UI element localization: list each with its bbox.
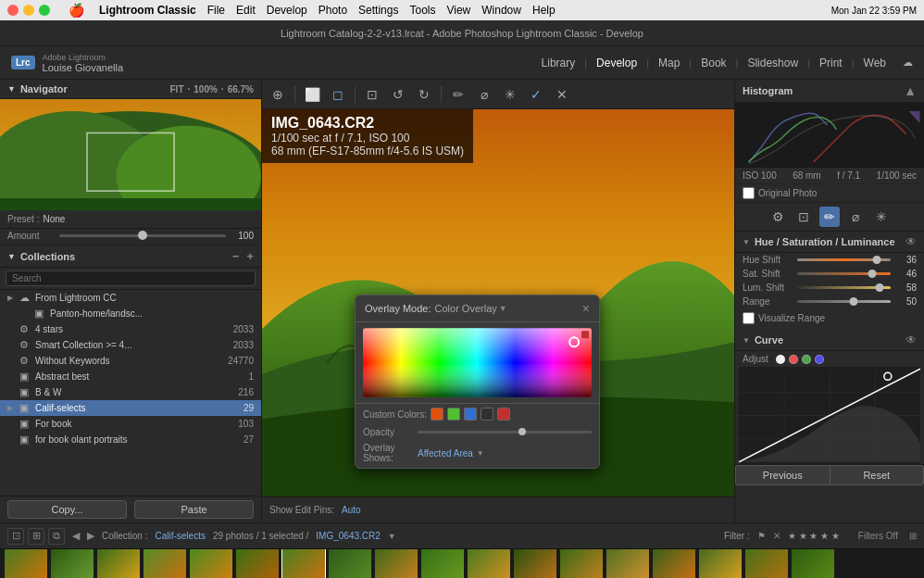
book-link[interactable]: Book: [695, 55, 731, 71]
film-thumb[interactable]: [420, 548, 465, 578]
histogram-expand-button[interactable]: ▲: [904, 83, 917, 98]
zoom-100[interactable]: 100%: [194, 84, 218, 94]
zoom-667[interactable]: 66.7%: [228, 84, 254, 94]
list-item[interactable]: ▶ ☁ From Lightroom CC: [0, 290, 261, 306]
list-item[interactable]: ▣ B & W 216: [0, 384, 261, 400]
star-5[interactable]: ★: [831, 531, 840, 541]
brush-icon[interactable]: ◻: [326, 82, 350, 107]
film-thumb[interactable]: [50, 548, 94, 578]
film-thumb[interactable]: [652, 548, 696, 578]
star-icon[interactable]: ✳: [498, 82, 522, 107]
color-swatch-5[interactable]: [497, 408, 510, 421]
navigator-header[interactable]: ▼ Navigator FIT · 100% · 66.7%: [0, 80, 261, 99]
tools-menu[interactable]: Tools: [409, 4, 435, 17]
minimize-button[interactable]: [23, 5, 34, 16]
close-button[interactable]: [7, 5, 19, 16]
amount-slider-thumb[interactable]: [138, 231, 147, 240]
collection-name-link[interactable]: Calif-selects: [155, 531, 205, 541]
film-thumb[interactable]: [189, 548, 233, 578]
add-pin-icon[interactable]: ⊕: [266, 82, 290, 107]
film-thumb[interactable]: [235, 548, 280, 578]
zoom-fit[interactable]: FIT: [170, 84, 184, 94]
nav-next[interactable]: ▶: [87, 530, 94, 542]
slideshow-link[interactable]: Slideshow: [742, 55, 804, 71]
filter-flag-off[interactable]: ⚑: [757, 531, 766, 541]
lum-shift-thumb[interactable]: [875, 283, 883, 292]
curve-dot-blue[interactable]: [815, 355, 824, 364]
map-link[interactable]: Map: [653, 55, 685, 71]
check-icon[interactable]: ✓: [524, 82, 548, 107]
view-single[interactable]: ⊡: [7, 528, 24, 545]
opacity-thumb[interactable]: [518, 428, 526, 435]
sat-shift-slider[interactable]: [797, 272, 891, 275]
crop-icon[interactable]: ⊡: [360, 82, 384, 107]
film-thumb[interactable]: [4, 548, 48, 578]
web-link[interactable]: Web: [858, 55, 892, 71]
film-thumb[interactable]: [791, 548, 835, 578]
curve-section-header[interactable]: ▼ Curve 👁: [735, 330, 924, 351]
film-thumb[interactable]: [513, 548, 557, 578]
paste-button[interactable]: Paste: [134, 500, 254, 519]
curve-dot-green[interactable]: [802, 355, 811, 364]
fx-icon[interactable]: ✳: [871, 207, 892, 227]
crop-tool-icon[interactable]: ⊡: [793, 207, 814, 227]
pen-icon[interactable]: ✏: [446, 82, 470, 107]
hue-shift-thumb[interactable]: [872, 256, 880, 264]
app-name[interactable]: Lightroom Classic: [99, 4, 196, 17]
film-thumb[interactable]: [328, 548, 372, 578]
rotate-left-icon[interactable]: ↺: [386, 82, 410, 107]
photo-menu[interactable]: Photo: [318, 4, 347, 17]
rotate-right-icon[interactable]: ↻: [412, 82, 436, 107]
list-item[interactable]: ▣ Abstract best 1: [0, 369, 261, 384]
curve-eye-icon[interactable]: 👁: [905, 333, 917, 346]
reset-button[interactable]: Reset: [830, 465, 925, 485]
list-item[interactable]: ⚙ Without Keywords 24770: [0, 353, 261, 369]
settings-icon[interactable]: ⚙: [768, 207, 788, 227]
film-thumb[interactable]: [698, 548, 743, 578]
filename-link[interactable]: IMG_0643.CR2: [316, 531, 380, 541]
hsl-eye-icon[interactable]: 👁: [905, 235, 917, 248]
file-menu[interactable]: File: [207, 4, 225, 17]
color-swatch-4[interactable]: [481, 408, 493, 421]
film-thumb[interactable]: [96, 548, 141, 578]
star-4[interactable]: ★: [820, 531, 829, 541]
film-thumb[interactable]: [744, 548, 789, 578]
develop-link[interactable]: Develop: [591, 55, 643, 71]
lum-shift-slider[interactable]: [797, 286, 891, 289]
view-menu[interactable]: View: [446, 4, 470, 17]
list-item[interactable]: ⚙ Smart Collection >= 4... 2033: [0, 337, 261, 353]
circle-icon[interactable]: ⌀: [472, 82, 496, 107]
curve-dot-white[interactable]: [776, 355, 785, 364]
film-thumb-selected[interactable]: [281, 548, 326, 578]
range-slider[interactable]: [797, 300, 891, 303]
star-1[interactable]: ★: [788, 531, 796, 541]
collections-header[interactable]: ▼ Collections − +: [0, 245, 261, 268]
fullscreen-button[interactable]: [39, 5, 50, 16]
cloud-icon[interactable]: ☁: [903, 57, 913, 69]
x-icon[interactable]: ✕: [550, 82, 574, 107]
list-item[interactable]: ▣ for book olant portraits 27: [0, 432, 261, 447]
hue-shift-slider[interactable]: [797, 258, 891, 261]
film-thumb[interactable]: [374, 548, 418, 578]
view-grid[interactable]: ⊞: [28, 528, 44, 545]
color-picker[interactable]: [363, 328, 592, 397]
star-3[interactable]: ★: [809, 531, 818, 541]
list-item[interactable]: ▣ Panton-home/landsc...: [0, 306, 261, 321]
film-thumb[interactable]: [143, 548, 187, 578]
edit-pins-value[interactable]: Auto: [342, 505, 361, 515]
window-menu[interactable]: Window: [481, 4, 521, 17]
film-thumb[interactable]: [559, 548, 604, 578]
library-link[interactable]: Library: [536, 55, 581, 71]
edit-menu[interactable]: Edit: [236, 4, 256, 17]
color-swatch-2[interactable]: [447, 408, 460, 421]
star-2[interactable]: ★: [799, 531, 807, 541]
settings-menu[interactable]: Settings: [358, 4, 398, 17]
copy-button[interactable]: Copy...: [7, 500, 127, 519]
sat-shift-thumb[interactable]: [868, 270, 876, 278]
range-thumb[interactable]: [849, 297, 857, 306]
collections-minus[interactable]: −: [232, 249, 240, 263]
list-item[interactable]: ▣ For book 103: [0, 416, 261, 432]
filter-flag-reject[interactable]: ✕: [773, 531, 780, 541]
healing-icon[interactable]: ⌀: [845, 207, 866, 227]
collections-search-input[interactable]: [6, 270, 256, 286]
